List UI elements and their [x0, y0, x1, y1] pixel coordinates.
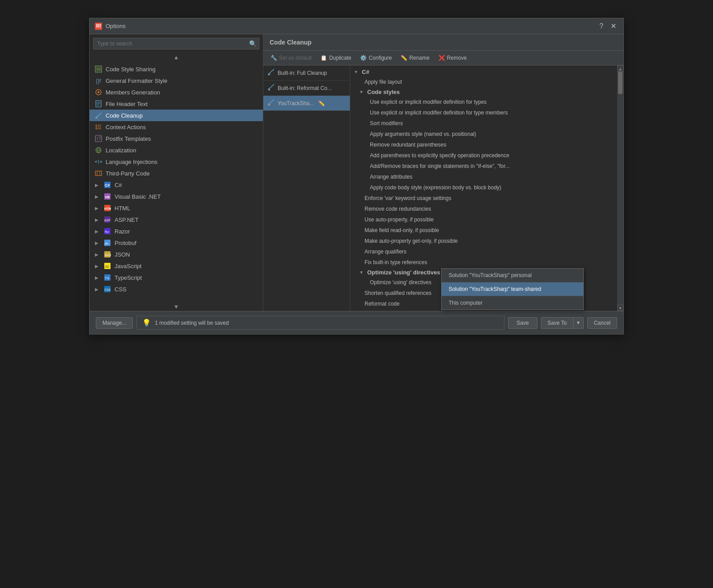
duplicate-button[interactable]: 📋 Duplicate	[318, 53, 354, 62]
code-styles-label: Code styles	[367, 89, 400, 95]
dropdown-item-solution-team-shared[interactable]: Solution "YouTrackSharp" team-shared	[442, 282, 583, 296]
tree-item-standalone-1: Remove code redundancies	[350, 204, 623, 214]
json-icon: JSON	[104, 251, 111, 258]
svg-rect-47	[268, 89, 270, 90]
sidebar-item-code-style-sharing[interactable]: C#Code Style Sharing	[90, 63, 263, 75]
svg-text:pb: pb	[105, 242, 108, 245]
tree-subitem-code-style-5: Add parentheses to explicitly specify op…	[350, 150, 623, 161]
profile-item-builtin-full[interactable]: Built-in: Full Cleanup	[263, 65, 350, 81]
cancel-button[interactable]: Cancel	[587, 317, 617, 329]
sidebar-item-css[interactable]: ▶CSSCSS	[90, 283, 263, 295]
status-text: 1 modified setting will be saved	[155, 320, 229, 326]
set-as-default-button[interactable]: 🔧 Set as default	[268, 53, 314, 62]
save-to-button[interactable]: Save To	[541, 317, 573, 329]
panel-header: Code Cleanup	[263, 34, 623, 51]
save-button[interactable]: Save	[508, 317, 537, 329]
svg-rect-46	[268, 74, 270, 75]
title-bar-left: Rf Options	[95, 23, 126, 30]
save-to-dropdown-button[interactable]: ▼	[573, 317, 584, 329]
manage-button[interactable]: Manage...	[96, 317, 133, 329]
tree-subitem-code-style-1: Use explicit or implicit modifier defini…	[350, 107, 623, 118]
sidebar-item-third-party-code[interactable]: Third-Party Code	[90, 167, 263, 179]
file-header-icon	[95, 100, 102, 107]
svg-point-13	[96, 127, 97, 128]
remove-button[interactable]: ❌ Remove	[436, 53, 470, 62]
sidebar-scroll-up[interactable]: ▲	[90, 53, 263, 61]
tree-subgroup-code-styles[interactable]: ▼Code styles	[350, 87, 623, 97]
sidebar-item-label-language-injections: Language Injections	[106, 159, 258, 165]
code-cleanup-icon	[95, 112, 102, 119]
sidebar-item-label-aspnet: ASP.NET	[115, 216, 258, 223]
tree-item-standalone-0: Enforce 'var' keyword usage settings	[350, 193, 623, 204]
dropdown-item-solution-personal[interactable]: Solution "YouTrackSharp" personal	[442, 269, 583, 282]
sidebar-item-members-generation[interactable]: Members Generation	[90, 86, 263, 98]
sidebar-item-json[interactable]: ▶JSONJSON	[90, 249, 263, 260]
duplicate-icon: 📋	[320, 55, 327, 61]
sidebar-item-label-code-cleanup: Code Cleanup	[106, 112, 258, 119]
svg-text:JS: JS	[105, 265, 109, 269]
toolbar: 🔧 Set as default 📋 Duplicate ⚙️ Configur…	[263, 51, 623, 65]
sidebar-item-razor[interactable]: ▶RzRazor	[90, 225, 263, 237]
sidebar-item-general-formatter[interactable]: {}fGeneral Formatter Style	[90, 75, 263, 86]
window-title: Options	[106, 23, 126, 29]
profile-item-youtracksharp[interactable]: YouTrackSha...✏️	[263, 96, 350, 111]
sidebar-item-html[interactable]: ▶HTMLHTML	[90, 202, 263, 214]
save-to-dropdown-menu: Solution "YouTrackSharp" personalSolutio…	[441, 268, 584, 310]
duplicate-label: Duplicate	[329, 55, 351, 61]
help-button[interactable]: ?	[598, 22, 605, 30]
sidebar-item-postfix-templates[interactable]: {T}Postfix Templates	[90, 133, 263, 144]
sidebar-item-label-code-style-sharing: Code Style Sharing	[106, 66, 258, 73]
svg-text:VB: VB	[105, 195, 110, 199]
profiles-list: Built-in: Full CleanupBuilt-in: Reformat…	[263, 65, 350, 311]
search-input[interactable]	[93, 38, 259, 49]
rename-icon: ✏️	[401, 55, 407, 61]
tree-item-standalone-2: Use auto-property, if possible	[350, 214, 623, 225]
sidebar-item-csharp[interactable]: ▶C#C#	[90, 179, 263, 191]
svg-rect-48	[268, 104, 270, 106]
css-icon: CSS	[104, 286, 111, 293]
sidebar-item-label-members-generation: Members Generation	[106, 89, 258, 96]
tree-subitem-code-style-0: Use explicit or implicit modifier defini…	[350, 97, 623, 107]
title-bar-controls: ? ✕	[598, 22, 618, 30]
sidebar-scroll-down[interactable]: ▼	[90, 302, 263, 311]
sidebar: 🔍 ▲ C#Code Style Sharing{}fGeneral Forma…	[90, 34, 263, 311]
sidebar-item-label-csharp: C#	[115, 182, 258, 188]
svg-line-22	[98, 160, 99, 163]
sidebar-item-language-injections[interactable]: Language Injections	[90, 156, 263, 167]
sidebar-item-code-cleanup[interactable]: Code Cleanup	[90, 110, 263, 121]
code-style-sharing-icon: C#	[95, 65, 102, 73]
sidebar-item-label-file-header: File Header Text	[106, 101, 258, 107]
html-icon: HTML	[104, 204, 111, 212]
profile-item-builtin-reformat[interactable]: Built-in: Reformat Co...	[263, 81, 350, 96]
rename-label: Rename	[409, 55, 429, 61]
context-actions-icon	[95, 123, 102, 131]
rename-button[interactable]: ✏️ Rename	[398, 53, 432, 62]
sidebar-item-javascript[interactable]: ▶JSJavaScript	[90, 260, 263, 272]
close-button[interactable]: ✕	[609, 22, 618, 30]
postfix-templates-icon: {T}	[95, 135, 102, 142]
sidebar-item-label-localization: Localization	[106, 147, 258, 154]
profile-edit-icon-youtracksharp[interactable]: ✏️	[318, 100, 325, 106]
set-as-default-label: Set as default	[279, 55, 311, 61]
tree-scroll-down-btn[interactable]: ▼	[617, 305, 623, 311]
sidebar-item-context-actions[interactable]: Context Actions	[90, 121, 263, 133]
tree-subitem-code-style-2: Sort modifiers	[350, 118, 623, 129]
expand-arrow-icon: ▶	[95, 264, 100, 269]
tree-scrollbar-track[interactable]	[617, 65, 623, 311]
sidebar-item-typescript[interactable]: ▶TSTypeScript	[90, 272, 263, 283]
sidebar-item-file-header[interactable]: File Header Text	[90, 98, 263, 110]
sidebar-item-vbnet[interactable]: ▶VBVisual Basic .NET	[90, 191, 263, 202]
dropdown-item-this-computer[interactable]: This computer	[442, 296, 583, 310]
save-to-group: Save To ▼ Solution "YouTrackSharp" perso…	[541, 317, 584, 329]
configure-button[interactable]: ⚙️ Configure	[357, 53, 394, 62]
tree-subitem-code-style-4: Remove redundant parentheses	[350, 139, 623, 150]
status-message: 💡 1 modified setting will be saved	[136, 316, 504, 330]
tree-header-csharp[interactable]: ▼C#	[350, 67, 623, 77]
bulb-icon: 💡	[142, 318, 151, 327]
sidebar-item-aspnet[interactable]: ▶ASPASP.NET	[90, 214, 263, 225]
sidebar-item-protobuf[interactable]: ▶pbProtobuf	[90, 237, 263, 249]
svg-text:ASP: ASP	[104, 219, 111, 222]
sidebar-item-localization[interactable]: Localization	[90, 144, 263, 156]
tree-scroll-up-btn[interactable]: ▲	[617, 65, 623, 72]
javascript-icon: JS	[104, 262, 111, 270]
